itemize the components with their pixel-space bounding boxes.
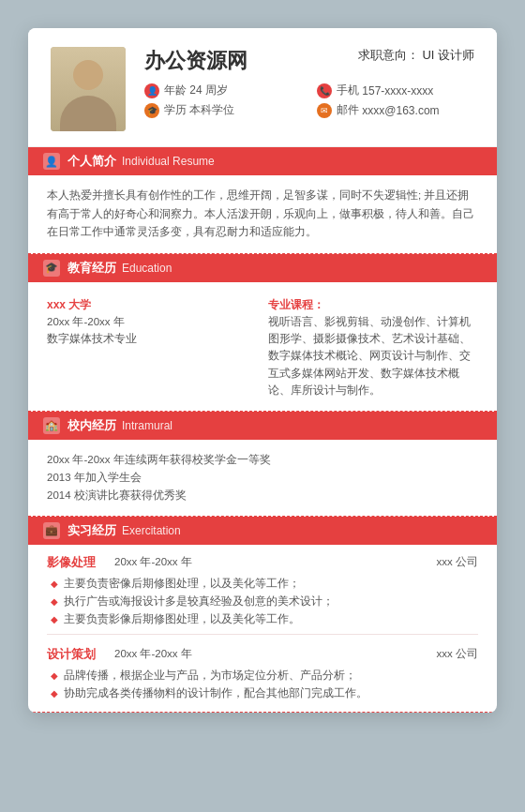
job-1-period: 20xx 年-20xx 年 <box>114 555 192 569</box>
activities-section: 🏫 校内经历 Intramural 20xx 年-20xx 年连续两年获得校奖学… <box>28 412 497 517</box>
list-item: ◆ 协助完成各类传播物料的设计制作，配合其他部门完成工作。 <box>47 684 478 702</box>
resume-header: 办公资源网 👤 年龄 24 周岁 📞 手机 157-xxxx-xxxx 🎓 学历… <box>28 28 497 147</box>
bullet-icon: ◆ <box>51 688 58 699</box>
job-1-bullet-2: 执行广告或海报设计多是较真经验及创意的美术设计； <box>64 594 334 609</box>
job-intent-label: 求职意向： <box>358 48 419 62</box>
experience-icon: 💼 <box>43 522 60 539</box>
age-value: 24 周岁 <box>189 83 228 98</box>
experience-header: 💼 实习经历 Exercitation <box>28 517 497 545</box>
email-item: ✉ 邮件 xxxx@163.com <box>317 102 474 118</box>
age-item: 👤 年龄 24 周岁 <box>144 83 302 98</box>
edu-school-name: xxx 大学 <box>47 297 257 313</box>
age-label: 年龄 <box>164 83 187 98</box>
intro-content: 本人热爱并擅长具有创作性的工作，思维开阔，足智多谋，同时不失逻辑性; 并且还拥有… <box>47 187 478 242</box>
edu-courses-label: 专业课程： <box>268 297 478 313</box>
bullet-icon: ◆ <box>51 579 58 589</box>
education-header: 🎓 教育经历 Education <box>28 254 497 282</box>
education-title: 教育经历 <box>68 260 116 277</box>
activities-title: 校内经历 <box>68 417 116 434</box>
phone-label: 手机 <box>337 83 359 98</box>
job-1-header: 影像处理 20xx 年-20xx 年 xxx 公司 <box>47 549 478 575</box>
activities-icon: 🏫 <box>43 417 60 434</box>
education-body: xxx 大学 20xx 年-20xx 年 数字媒体技术专业 专业课程： 视听语言… <box>28 282 497 412</box>
job-2-company: xxx 公司 <box>437 647 478 661</box>
list-item: ◆ 执行广告或海报设计多是较真经验及创意的美术设计； <box>47 593 478 610</box>
job-1-bullet-1: 主要负责密像后期修图处理，以及美化等工作； <box>64 577 300 591</box>
job-2-position: 设计策划 <box>47 646 96 663</box>
list-item: ◆ 品牌传播，根据企业与产品，为市场定位分析、产品分析； <box>47 667 478 684</box>
phone-value: 157-xxxx-xxxx <box>362 84 433 98</box>
bullet-icon: ◆ <box>51 670 58 681</box>
resume-card: 办公资源网 👤 年龄 24 周岁 📞 手机 157-xxxx-xxxx 🎓 学历… <box>28 28 497 713</box>
activities-header: 🏫 校内经历 Intramural <box>28 412 497 440</box>
job-2-bullet-2: 协助完成各类传播物料的设计制作，配合其他部门完成工作。 <box>64 686 368 700</box>
intro-section: 👤 个人简介 Individual Resume 本人热爱并擅长具有创作性的工作… <box>28 147 497 254</box>
job-1-position: 影像处理 <box>47 554 96 571</box>
edu-major: 数字媒体技术专业 <box>47 330 257 347</box>
job-1-bullet-3: 主要负责影像后期修图处理，以及美化等工作。 <box>64 612 300 626</box>
job-2-period: 20xx 年-20xx 年 <box>114 647 192 661</box>
edu-period: 20xx 年-20xx 年 <box>47 313 257 330</box>
avatar <box>51 47 126 131</box>
list-item: 20xx 年-20xx 年连续两年获得校奖学金一等奖 <box>47 451 478 469</box>
experience-section: 💼 实习经历 Exercitation 影像处理 20xx 年-20xx 年 x… <box>28 517 497 713</box>
phone-item: 📞 手机 157-xxxx-xxxx <box>317 83 474 98</box>
intro-header: 👤 个人简介 Individual Resume <box>28 147 497 175</box>
intro-title: 个人简介 <box>68 153 116 170</box>
phone-icon: 📞 <box>317 83 332 98</box>
edu-courses: 视听语言、影视剪辑、动漫创作、计算机图形学、摄影摄像技术、艺术设计基础、数字媒体… <box>268 313 478 399</box>
edu-grid: xxx 大学 20xx 年-20xx 年 数字媒体技术专业 专业课程： 视听语言… <box>47 297 478 399</box>
education-section: 🎓 教育经历 Education xxx 大学 20xx 年-20xx 年 数字… <box>28 254 497 412</box>
exp-divider <box>47 634 478 635</box>
education-icon: 🎓 <box>144 103 159 118</box>
contact-grid: 👤 年龄 24 周岁 📞 手机 157-xxxx-xxxx 🎓 学历 本科学位 … <box>144 83 474 118</box>
education-value: 本科学位 <box>189 102 234 118</box>
education-item: 🎓 学历 本科学位 <box>144 102 302 118</box>
intro-en-title: Individual Resume <box>122 155 215 168</box>
job-intent-block: 求职意向： UI 设计师 <box>358 47 474 64</box>
edu-courses-col: 专业课程： 视听语言、影视剪辑、动漫创作、计算机图形学、摄影摄像技术、艺术设计基… <box>268 297 478 399</box>
email-value: xxxx@163.com <box>362 104 439 117</box>
job-intent: 求职意向： UI 设计师 <box>358 47 474 64</box>
education-en-title: Education <box>122 262 172 275</box>
age-icon: 👤 <box>144 83 159 98</box>
bullet-icon: ◆ <box>51 596 58 607</box>
edu-school-col: xxx 大学 20xx 年-20xx 年 数字媒体技术专业 <box>47 297 257 399</box>
activities-body: 20xx 年-20xx 年连续两年获得校奖学金一等奖 2013 年加入学生会 2… <box>28 440 497 517</box>
intro-icon: 👤 <box>43 153 60 170</box>
education-section-icon: 🎓 <box>43 260 60 277</box>
list-item: 2014 校演讲比赛获得优秀奖 <box>47 487 478 504</box>
education-label: 学历 <box>164 102 187 118</box>
experience-en-title: Exercitation <box>122 524 181 537</box>
job-2-bullet-1: 品牌传播，根据企业与产品，为市场定位分析、产品分析； <box>64 669 356 683</box>
job-intent-value: UI 设计师 <box>422 48 474 62</box>
list-item: ◆ 主要负责影像后期修图处理，以及美化等工作。 <box>47 610 478 628</box>
list-item: ◆ 主要负责密像后期修图处理，以及美化等工作； <box>47 575 478 593</box>
list-item: 2013 年加入学生会 <box>47 469 478 487</box>
experience-body: 影像处理 20xx 年-20xx 年 xxx 公司 ◆ 主要负责密像后期修图处理… <box>28 545 497 713</box>
experience-title: 实习经历 <box>68 522 116 539</box>
email-icon: ✉ <box>317 103 332 118</box>
intro-body: 本人热爱并擅长具有创作性的工作，思维开阔，足智多谋，同时不失逻辑性; 并且还拥有… <box>28 175 497 254</box>
bullet-icon: ◆ <box>51 614 58 624</box>
job-2-header: 设计策划 20xx 年-20xx 年 xxx 公司 <box>47 640 478 667</box>
job-1-company: xxx 公司 <box>437 555 478 569</box>
activities-en-title: Intramural <box>122 419 172 432</box>
email-label: 邮件 <box>337 102 359 118</box>
